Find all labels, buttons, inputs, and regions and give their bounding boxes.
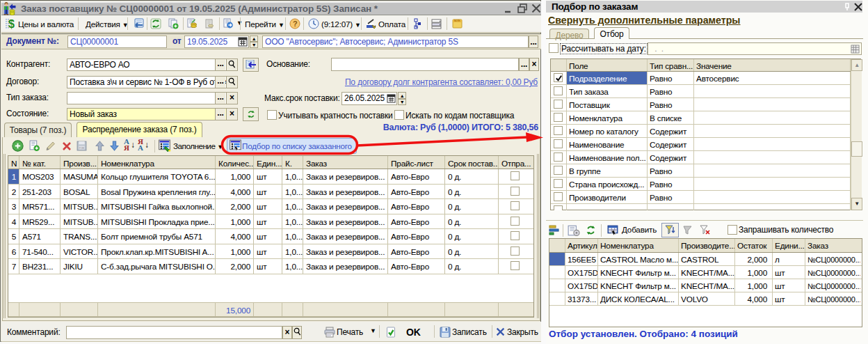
svg-text:NOTE: NOTE <box>454 19 460 22</box>
svg-text:?: ? <box>293 19 298 28</box>
svg-text:ГОК: ГОК <box>79 146 85 150</box>
svg-text:$: $ <box>8 18 15 29</box>
